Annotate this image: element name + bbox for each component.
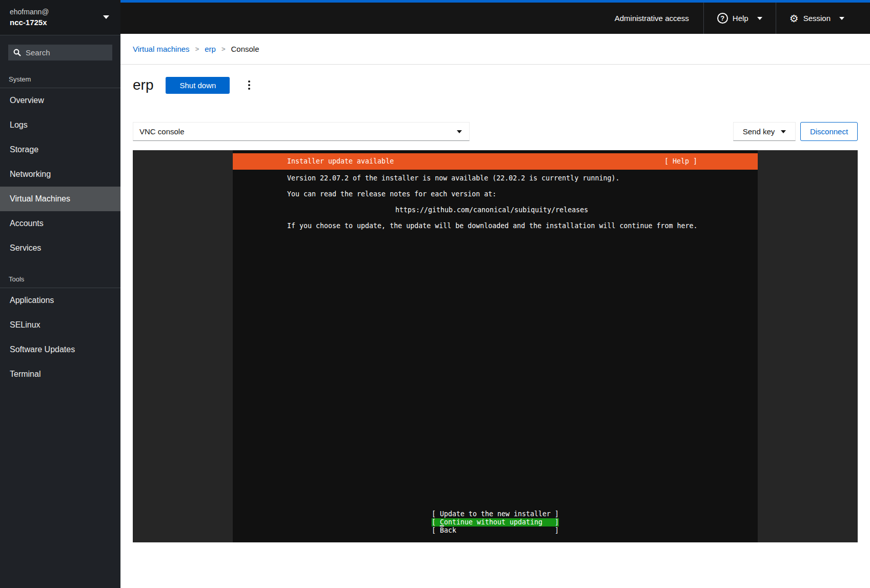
chevron-down-icon [457, 130, 462, 133]
chevron-down-icon [103, 15, 109, 19]
continue-option-label: [ Continue without updating ] [432, 518, 559, 526]
nav-section-tools: Tools [0, 260, 120, 288]
sidebar-item-networking[interactable]: Networking [0, 162, 120, 187]
sidebar-item-terminal[interactable]: Terminal [0, 362, 120, 387]
console-type-selected-value: VNC console [139, 127, 185, 136]
console-type-select[interactable]: VNC console [133, 122, 470, 141]
chevron-down-icon [781, 130, 786, 133]
continue-without-updating-option[interactable]: [ Continue without updating ] [432, 518, 559, 526]
installer-menu: [ Update to the new installer ] [ Contin… [432, 510, 559, 535]
administrative-access-button[interactable]: Administrative access [601, 3, 703, 34]
send-key-label: Send key [743, 127, 775, 136]
search-input[interactable] [26, 48, 107, 57]
main-content: Virtual machines > erp > Console erp Shu… [120, 34, 870, 588]
console-toolbar: VNC console Send key Disconnect [133, 122, 858, 141]
help-menu[interactable]: ? Help [703, 3, 776, 34]
installer-release-url: https://github.com/canonical/subiquity/r… [233, 206, 758, 214]
sidebar-search[interactable] [8, 45, 112, 60]
shut-down-button[interactable]: Shut down [166, 77, 230, 94]
help-label: Help [733, 14, 748, 23]
kebab-menu-icon[interactable] [245, 77, 253, 93]
host-switcher[interactable]: ehofmann@ ncc-1725x [0, 0, 120, 35]
installer-help-button[interactable]: [ Help ] [664, 157, 697, 166]
sidebar-item-selinux[interactable]: SELinux [0, 313, 120, 337]
breadcrumb-erp[interactable]: erp [205, 45, 216, 53]
chevron-down-icon [839, 17, 844, 20]
vm-title-row: erp Shut down [133, 74, 858, 96]
installer-title: Installer update available [287, 157, 394, 166]
breadcrumb-separator-icon: > [195, 45, 199, 53]
installer-body: Version 22.07.2 of the installer is now … [233, 174, 758, 238]
session-menu[interactable]: ⚙ Session [776, 3, 870, 34]
sidebar: ehofmann@ ncc-1725x System Overview Logs… [0, 0, 120, 588]
installer-header-bar: Installer update available [ Help ] [233, 153, 758, 170]
installer-text-line: You can read the release notes for each … [233, 190, 758, 198]
sidebar-item-overview[interactable]: Overview [0, 88, 120, 113]
administrative-access-label: Administrative access [615, 14, 689, 23]
sidebar-item-applications[interactable]: Applications [0, 288, 120, 313]
sidebar-item-services[interactable]: Services [0, 236, 120, 260]
sidebar-item-virtual-machines[interactable]: Virtual Machines [0, 187, 120, 211]
vnc-console-canvas[interactable]: Installer update available [ Help ] Vers… [133, 150, 858, 542]
session-label: Session [803, 14, 831, 23]
disconnect-button[interactable]: Disconnect [800, 122, 858, 141]
nav-section-system: System [0, 60, 120, 88]
sidebar-item-software-updates[interactable]: Software Updates [0, 337, 120, 362]
installer-text-line: If you choose to update, the update will… [233, 222, 758, 230]
hostname-label: ncc-1725x [10, 17, 112, 28]
send-key-dropdown[interactable]: Send key [733, 122, 796, 141]
back-option[interactable]: [ Back ] [432, 526, 559, 535]
update-installer-option[interactable]: [ Update to the new installer ] [432, 510, 559, 518]
page-title: erp [133, 77, 153, 93]
chevron-down-icon [757, 17, 762, 20]
breadcrumb-virtual-machines[interactable]: Virtual machines [133, 45, 190, 53]
masthead: Administrative access ? Help ⚙ Session [120, 0, 870, 34]
installer-text-line: Version 22.07.2 of the installer is now … [233, 174, 758, 183]
help-icon: ? [717, 13, 728, 24]
breadcrumb-console: Console [231, 45, 259, 53]
breadcrumb-separator-icon: > [221, 45, 226, 53]
gear-icon: ⚙ [790, 13, 799, 24]
breadcrumb: Virtual machines > erp > Console [120, 34, 870, 65]
search-icon [13, 49, 21, 56]
username-label: ehofmann@ [10, 7, 112, 17]
vm-screen[interactable]: Installer update available [ Help ] Vers… [233, 150, 758, 542]
sidebar-item-logs[interactable]: Logs [0, 113, 120, 137]
sidebar-item-accounts[interactable]: Accounts [0, 211, 120, 236]
sidebar-item-storage[interactable]: Storage [0, 137, 120, 162]
